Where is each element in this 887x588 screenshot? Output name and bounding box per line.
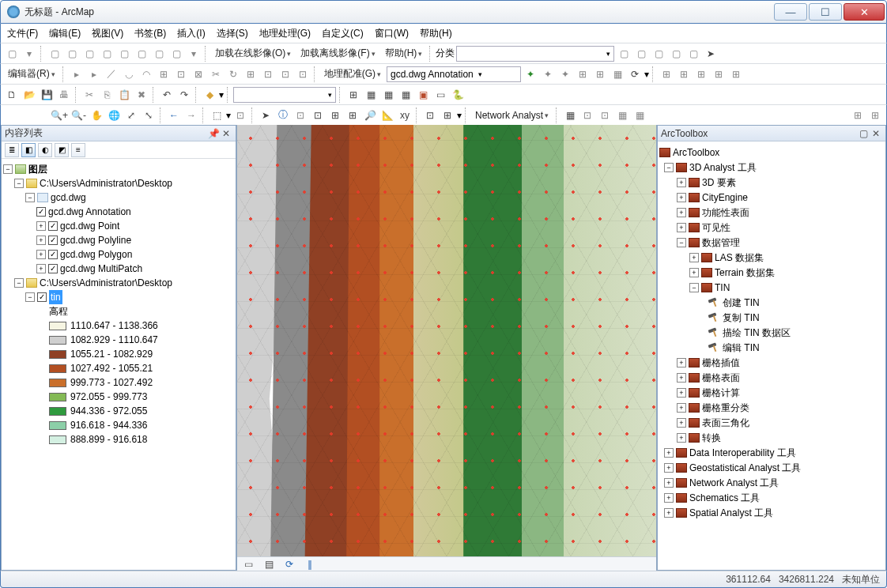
toolbox[interactable]: Data Interoperability 工具 — [689, 446, 796, 460]
tool-icon[interactable]: ⊞ — [693, 66, 709, 82]
3d-analyst[interactable]: 3D Analyst 工具 — [689, 160, 757, 175]
layer-checkbox[interactable] — [37, 292, 47, 302]
toc-tree[interactable]: −图层 −C:\Users\Administrator\Desktop −gcd… — [2, 159, 236, 570]
minimize-button[interactable]: — — [774, 3, 807, 21]
tool-icon[interactable]: ⊞ — [867, 107, 883, 123]
tool-icon[interactable]: ▦ — [614, 107, 630, 123]
maximize-button[interactable]: ☐ — [809, 3, 842, 21]
georeferencing-dropdown[interactable]: 地理配准(G)▾ — [320, 66, 385, 82]
load-offline-imagery[interactable]: 加载离线影像(F)▾ — [296, 46, 379, 62]
menu-help[interactable]: 帮助(H) — [420, 27, 452, 40]
tool-icon[interactable]: ⊞ — [711, 66, 727, 82]
pin-icon[interactable]: 📌 — [207, 128, 220, 139]
toolbar-help[interactable]: 帮助(H)▾ — [381, 46, 427, 62]
layout-view-icon[interactable]: ▤ — [261, 556, 277, 571]
classify-combo[interactable]: ▾ — [456, 46, 614, 62]
map-view[interactable]: ▭ ▤ ⟳ ‖ — [236, 125, 657, 571]
tool-icon[interactable]: ▦ — [610, 66, 625, 82]
menu-customize[interactable]: 自定义(C) — [322, 27, 364, 40]
identify-icon[interactable]: ⓘ — [275, 107, 291, 123]
menu-bookmarks[interactable]: 书签(B) — [134, 27, 166, 40]
tool-icon[interactable]: ⊡ — [277, 66, 293, 82]
catalog-icon[interactable]: ▣ — [415, 87, 431, 103]
python-icon[interactable]: 🐍 — [450, 87, 466, 103]
data-view-icon[interactable]: ▭ — [240, 556, 256, 571]
tool-icon[interactable]: ▦ — [632, 107, 647, 123]
toolset[interactable]: 转换 — [702, 431, 721, 445]
tool-icon[interactable]: ⊞ — [345, 87, 361, 103]
layer-tin[interactable]: tin — [49, 290, 62, 304]
load-online-imagery[interactable]: 加载在线影像(O)▾ — [211, 46, 295, 62]
network-analyst-dropdown[interactable]: Network Analyst▾ — [471, 107, 553, 123]
tool-icon[interactable]: ↻ — [225, 66, 241, 82]
zoom-in-icon[interactable]: 🔍+ — [50, 107, 69, 123]
menu-window[interactable]: 窗口(W) — [375, 27, 409, 40]
layer-annotation[interactable]: gcd.dwg Annotation — [48, 205, 131, 219]
tool-icon[interactable]: ⊡ — [260, 66, 276, 82]
dwg-group[interactable]: gcd.dwg — [51, 190, 86, 205]
toolset[interactable]: 栅格表面 — [702, 371, 740, 385]
panel-close-icon[interactable]: ✕ — [220, 128, 232, 139]
list-by-selection-icon[interactable]: ◩ — [55, 143, 69, 157]
measure-icon[interactable]: 📐 — [379, 107, 395, 123]
las-dataset[interactable]: LAS 数据集 — [715, 251, 764, 265]
menu-selection[interactable]: 选择(S) — [217, 27, 248, 40]
pointer-icon[interactable]: ➤ — [703, 46, 719, 62]
layer-checkbox[interactable] — [48, 264, 58, 273]
tool-icon[interactable]: ⊞ — [659, 66, 674, 82]
tool-icon[interactable]: ⊞ — [592, 66, 608, 82]
tool-icon[interactable]: ▢ — [47, 46, 62, 62]
tool-icon[interactable]: ⊡ — [295, 66, 311, 82]
delete-icon[interactable]: ✖ — [134, 87, 149, 103]
tool-icon[interactable]: ⊞ — [575, 66, 591, 82]
tool-icon[interactable]: ▦ — [363, 87, 379, 103]
tool-icon[interactable]: ▦ — [380, 87, 396, 103]
dropdown-caret[interactable]: ▾ — [644, 69, 649, 80]
menu-geoprocessing[interactable]: 地理处理(G) — [259, 27, 311, 40]
tool-icon[interactable]: ⊡ — [293, 107, 308, 123]
tool-icon[interactable]: ▢ — [685, 46, 701, 62]
panel-close-icon[interactable]: ✕ — [870, 128, 882, 139]
toolbox[interactable]: Spatial Analyst 工具 — [689, 506, 773, 520]
options-icon[interactable]: ≡ — [71, 143, 85, 157]
tool-icon[interactable]: ▢ — [168, 46, 184, 62]
toolset[interactable]: 栅格重分类 — [702, 401, 749, 415]
panel-maximize-icon[interactable]: ▢ — [857, 128, 870, 139]
menu-insert[interactable]: 插入(I) — [177, 27, 205, 40]
tool-icon[interactable]: ▢ — [651, 46, 666, 62]
tool-icon[interactable]: ▢ — [668, 46, 684, 62]
tool-icon[interactable]: ⊡ — [579, 107, 595, 123]
refresh-icon[interactable]: ⟳ — [281, 556, 297, 571]
tool-icon[interactable]: ▦ — [398, 87, 413, 103]
tool-icon[interactable]: ⊞ — [676, 66, 692, 82]
list-by-drawing-icon[interactable]: ≣ — [5, 143, 19, 157]
tool-icon[interactable]: ✦ — [523, 66, 538, 82]
toolbox[interactable]: Geostatistical Analyst 工具 — [689, 461, 801, 475]
paste-icon[interactable]: 📋 — [116, 87, 132, 103]
tool-icon[interactable]: ▢ — [116, 46, 132, 62]
folder-1[interactable]: C:\Users\Administrator\Desktop — [40, 176, 172, 190]
scale-combo[interactable]: ▾ — [233, 87, 336, 103]
tool-icon[interactable]: ⊞ — [243, 66, 259, 82]
toolset[interactable]: 栅格插值 — [702, 356, 740, 370]
tool-icon[interactable]: ⊡ — [232, 107, 248, 123]
folder-2[interactable]: C:\Users\Administrator\Desktop — [40, 276, 172, 290]
layer-checkbox[interactable] — [48, 221, 58, 231]
tool-icon[interactable]: ▢ — [134, 46, 149, 62]
tool-icon[interactable]: ⊞ — [345, 107, 360, 123]
georef-layer-combo[interactable]: gcd.dwg Annotation▾ — [387, 66, 521, 82]
tool-icon[interactable]: ⊞ — [156, 66, 172, 82]
tool-icon[interactable]: ◡ — [121, 66, 137, 82]
editor-dropdown[interactable]: 编辑器(R)▾ — [4, 66, 59, 82]
tool-icon[interactable]: ◠ — [138, 66, 154, 82]
tool-icon[interactable]: ⊡ — [422, 107, 438, 123]
tool-icon[interactable]: ▢ — [633, 46, 649, 62]
tool-icon[interactable]: ▢ — [81, 46, 97, 62]
tool-icon[interactable]: ▾ — [186, 46, 202, 62]
tin-toolset[interactable]: TIN — [715, 281, 730, 295]
zoom-out-icon[interactable]: 🔍- — [70, 107, 87, 123]
tool-icon[interactable]: ✦ — [557, 66, 573, 82]
tool-icon[interactable]: ▸ — [69, 66, 85, 82]
tool-icon[interactable]: ⊞ — [327, 107, 343, 123]
tool-icon[interactable]: ▢ — [64, 46, 80, 62]
